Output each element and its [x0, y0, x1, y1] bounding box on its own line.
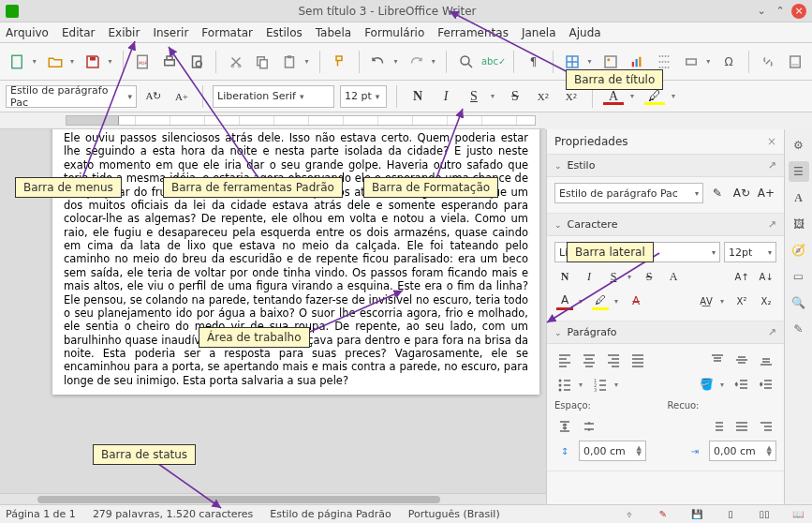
print-button[interactable]: [158, 50, 182, 74]
paste-button[interactable]: [278, 50, 302, 74]
panel-character-more-icon[interactable]: ↗: [768, 218, 776, 231]
field-dropdown[interactable]: ▾: [706, 57, 714, 66]
sidebar-char-spacing-button[interactable]: A͟V: [696, 291, 716, 311]
insert-footnote-button[interactable]: [783, 50, 806, 74]
save-button[interactable]: [81, 50, 105, 74]
paste-dropdown[interactable]: ▾: [304, 57, 312, 66]
sidebar-italic-button[interactable]: I: [579, 266, 599, 287]
menu-inserir[interactable]: Inserir: [153, 26, 188, 39]
dec-para-spacing-icon[interactable]: [579, 416, 599, 437]
bg-dropdown[interactable]: ▾: [720, 381, 728, 389]
sidebar-tab-gallery[interactable]: 🖼: [789, 214, 809, 234]
align-bottom-button[interactable]: [756, 350, 776, 370]
status-page[interactable]: Página 1 de 1: [6, 508, 76, 520]
sidebar-font-color-button[interactable]: A: [554, 292, 575, 307]
redo-button[interactable]: [405, 50, 428, 74]
maximize-button[interactable]: ⌃: [773, 4, 788, 19]
status-view-book-icon[interactable]: 📖: [791, 508, 805, 521]
new-doc-dropdown[interactable]: ▾: [33, 57, 40, 66]
print-preview-button[interactable]: [185, 50, 209, 74]
sidebar-underline-dropdown[interactable]: ▾: [627, 273, 635, 281]
align-center-button[interactable]: [579, 350, 599, 370]
bold-button[interactable]: N: [406, 85, 429, 108]
new-style-button[interactable]: A+: [170, 85, 193, 108]
sidebar-close-icon[interactable]: ×: [767, 135, 776, 148]
menu-editar[interactable]: Editar: [62, 26, 96, 39]
insert-field-button[interactable]: [679, 50, 702, 74]
save-dropdown[interactable]: ▾: [108, 57, 115, 66]
increase-indent-button[interactable]: [756, 374, 776, 395]
sidebar-spacing-dropdown[interactable]: ▾: [720, 297, 728, 306]
document-body-text[interactable]: Ele ouviu passos silenciosos atrás dele.…: [64, 131, 528, 387]
open-dropdown[interactable]: ▾: [70, 57, 78, 66]
new-doc-button[interactable]: [6, 50, 29, 74]
redo-dropdown[interactable]: ▾: [432, 57, 439, 66]
insert-hyperlink-button[interactable]: [757, 50, 780, 74]
sidebar-tab-navigator[interactable]: 🧭: [789, 240, 809, 261]
panel-character-header[interactable]: ⌄ Caractere ↗: [547, 214, 784, 236]
align-justify-button[interactable]: [627, 350, 648, 370]
copy-button[interactable]: [251, 50, 274, 74]
indent-before-spinner[interactable]: 0,00 cm▲▼: [709, 441, 776, 461]
sidebar-bold-button[interactable]: N: [554, 266, 575, 287]
paragraph-style-combo[interactable]: Estilo de parágrafo Pac▾: [6, 85, 137, 108]
menu-estilos[interactable]: Estilos: [266, 26, 303, 39]
find-button[interactable]: [454, 50, 478, 74]
sidebar-underline-button[interactable]: S: [603, 266, 624, 287]
sidebar-font-color-dropdown[interactable]: ▾: [579, 297, 586, 306]
menu-arquivo[interactable]: Arquivo: [6, 26, 49, 39]
inc-para-spacing-icon[interactable]: [554, 416, 575, 437]
font-size-combo[interactable]: 12 pt▾: [340, 85, 387, 108]
font-name-combo[interactable]: Liberation Serif▾: [213, 85, 334, 108]
menu-ferramentas[interactable]: Ferramentas: [437, 26, 509, 39]
formatting-marks-button[interactable]: ¶: [522, 50, 545, 74]
number-dropdown[interactable]: ▾: [614, 381, 622, 389]
spellcheck-button[interactable]: abc✓: [481, 50, 506, 74]
align-right-button[interactable]: [603, 350, 624, 370]
sidebar-highlight-dropdown[interactable]: ▾: [614, 297, 622, 306]
decrease-indent-button[interactable]: [731, 374, 752, 395]
superscript-button[interactable]: X2: [532, 85, 554, 108]
dec-indent-icon[interactable]: [731, 416, 752, 437]
minimize-button[interactable]: ⌄: [754, 4, 769, 19]
italic-button[interactable]: I: [435, 85, 457, 108]
sidebar-superscript-button[interactable]: X²: [731, 291, 752, 311]
open-button[interactable]: [43, 50, 66, 74]
hanging-indent-icon[interactable]: [756, 416, 776, 437]
underline-dropdown[interactable]: ▾: [491, 92, 498, 100]
highlight-dropdown[interactable]: ▾: [672, 92, 679, 100]
sidebar-tab-changes[interactable]: ✎: [789, 319, 809, 339]
sidebar-style-new-icon[interactable]: A+: [756, 183, 776, 203]
status-signature-icon[interactable]: ✎: [657, 508, 670, 521]
sidebar-strike-button[interactable]: S: [639, 266, 659, 287]
status-view-multi-icon[interactable]: ▯▯: [758, 508, 771, 521]
status-page-style[interactable]: Estilo de página Padrão: [270, 508, 391, 520]
sidebar-tab-styles[interactable]: A: [789, 187, 809, 208]
font-color-dropdown[interactable]: ▾: [630, 92, 638, 100]
panel-paragraph-more-icon[interactable]: ↗: [768, 326, 776, 338]
status-insert-mode-icon[interactable]: ⎀: [623, 508, 636, 521]
sidebar-tab-page[interactable]: ▭: [789, 266, 809, 287]
insert-special-char-button[interactable]: Ω: [717, 50, 741, 74]
strikethrough-button[interactable]: S: [504, 85, 526, 108]
bullet-dropdown[interactable]: ▾: [579, 381, 586, 389]
menu-ajuda[interactable]: Ajuda: [569, 26, 601, 39]
clone-formatting-button[interactable]: [328, 50, 351, 74]
scrollbar-thumb[interactable]: [37, 496, 440, 503]
sidebar-settings-icon[interactable]: ⚙: [789, 135, 809, 156]
sidebar-style-edit-icon[interactable]: ✎: [707, 183, 728, 203]
sidebar-increase-font-icon[interactable]: A↑: [731, 266, 752, 287]
status-word-count[interactable]: 279 palavras, 1.520 caracteres: [93, 508, 253, 520]
sidebar-subscript-button[interactable]: X₂: [756, 291, 776, 311]
sidebar-decrease-font-icon[interactable]: A↓: [756, 266, 776, 287]
bg-color-button[interactable]: 🪣: [696, 374, 716, 395]
status-view-single-icon[interactable]: ▯: [724, 508, 737, 521]
align-top-button[interactable]: [707, 350, 728, 370]
export-pdf-button[interactable]: PDF: [131, 50, 155, 74]
inc-indent-icon[interactable]: [707, 416, 728, 437]
status-save-icon[interactable]: 💾: [690, 508, 703, 521]
sidebar-tab-properties[interactable]: ☰: [789, 161, 809, 182]
table-dropdown[interactable]: ▾: [588, 57, 596, 66]
space-above-icon[interactable]: ↕: [554, 441, 575, 461]
sidebar-font-size-combo[interactable]: 12pt▾: [724, 242, 776, 262]
